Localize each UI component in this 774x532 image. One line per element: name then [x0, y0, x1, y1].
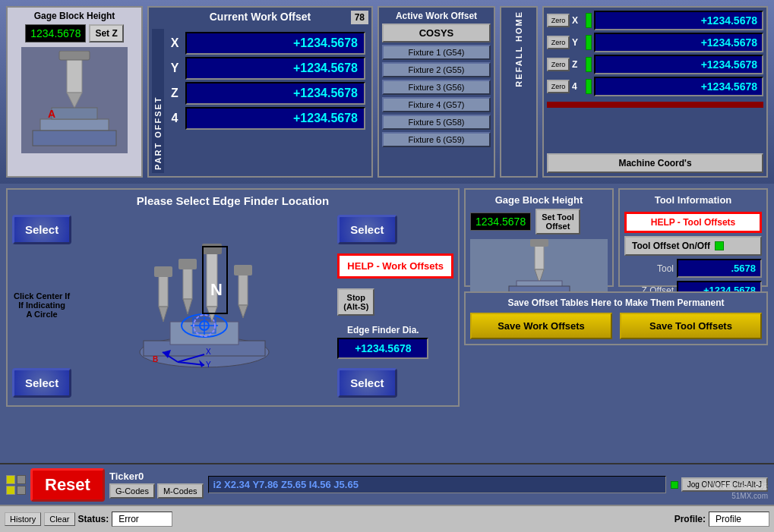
active-work-title: Active Work Offset	[382, 11, 491, 21]
axis-x-label: X	[572, 15, 583, 26]
zero-y-button[interactable]: Zero	[547, 36, 570, 49]
zero-x-button[interactable]: Zero	[547, 14, 570, 27]
right-value-4: +1234.5678	[594, 77, 763, 96]
ticker0-label: Ticker0	[109, 471, 204, 482]
right-offset-row-x: Zero X +1234.5678	[547, 11, 763, 30]
status-label: Status:	[78, 514, 109, 524]
svg-text:N: N	[210, 280, 223, 299]
active-work-panel: Active Work Offset COSYS Fixture 1 (G54)…	[378, 6, 495, 178]
x-green-bar	[586, 13, 592, 28]
gage-block-panel: Gage Block Height 1234.5678 Set Z A	[6, 6, 143, 178]
axis-label-x: X	[167, 36, 182, 50]
indicator-row-2	[6, 486, 26, 495]
gage-block-right-panel: Gage Block Height 1234.5678 Set ToolOffs…	[464, 188, 614, 287]
work-offset-panel: Current Work Offset 78 PART OFFSET X +12…	[147, 6, 373, 178]
offset-grid: X +1234.5678 Y +1234.5678 Z +1234.5678 4…	[164, 29, 368, 173]
history-button[interactable]: History	[5, 512, 41, 526]
gage-block-right-title: Gage Block Height	[470, 194, 608, 206]
offset-value-z: +1234.5678	[185, 82, 365, 105]
offset-value-y: +1234.5678	[185, 57, 365, 80]
toggle-label: Tool Offset On/Off	[632, 241, 710, 251]
svg-rect-3	[40, 119, 109, 131]
profile-value: Profile	[709, 512, 769, 527]
stop-button[interactable]: Stop(Alt-S)	[337, 288, 374, 316]
gcodes-button[interactable]: G-Codes	[109, 483, 155, 499]
svg-rect-25	[239, 271, 248, 305]
svg-text:X: X	[206, 348, 211, 356]
right-offset-row-z: Zero Z +1234.5678	[547, 55, 763, 74]
set-z-button[interactable]: Set Z	[89, 24, 123, 42]
fixture-6-button[interactable]: Fixture 6 (G59)	[382, 132, 491, 147]
svg-marker-20	[183, 299, 192, 314]
gage-value-display: 1234.5678	[470, 212, 531, 231]
axis-z-label: Z	[572, 59, 583, 70]
fixture-2-button[interactable]: Fixture 2 (G55)	[382, 62, 491, 77]
offset-value-x: +1234.5678	[185, 32, 365, 55]
tool-info-panel: Tool Information HELP - Tool Offsets Too…	[618, 188, 768, 287]
tool-label: Tool	[624, 263, 674, 274]
edge-dia-section: Edge Finder Dia. +1234.5678	[337, 325, 428, 359]
fixture-4-button[interactable]: Fixture 4 (G57)	[382, 97, 491, 112]
mcodes-button[interactable]: M-Codes	[157, 483, 204, 499]
indicator-gray-1	[17, 475, 26, 484]
axis-label-y: Y	[167, 61, 182, 75]
fixture-1-button[interactable]: Fixture 1 (G54)	[382, 45, 491, 60]
save-work-offsets-button[interactable]: Save Work Offsets	[470, 313, 612, 339]
profile-label: Profile:	[674, 514, 706, 524]
help-tool-offsets-button[interactable]: HELP - Tool Offsets	[624, 212, 762, 233]
click-center-label: Click Center IfIf IndicatingA Circle	[12, 291, 71, 319]
select-left-top-button[interactable]: Select	[12, 215, 71, 244]
clear-button[interactable]: Clear	[44, 512, 74, 526]
select-right-bottom-button[interactable]: Select	[337, 368, 396, 398]
cosys-button[interactable]: COSYS	[382, 24, 491, 42]
work-offset-title: Current Work Offset	[210, 11, 311, 23]
gage-block-value: 1234.5678	[25, 24, 86, 42]
offset-row-x: X +1234.5678	[167, 32, 365, 55]
axis-label-z: Z	[167, 87, 182, 100]
zero-z-button[interactable]: Zero	[547, 58, 570, 71]
status-indicators	[6, 475, 26, 495]
right-value-y: +1234.5678	[594, 33, 763, 52]
drill-svg	[501, 239, 577, 292]
svg-marker-1	[67, 93, 82, 108]
set-tool-offset-button[interactable]: Set ToolOffset	[535, 209, 580, 235]
edge-dia-label: Edge Finder Dia.	[337, 325, 428, 335]
reset-button[interactable]: Reset	[30, 468, 105, 502]
refall-panel: REFALL HOME	[500, 6, 538, 178]
gage-drill-image	[470, 239, 608, 292]
svg-text:A: A	[48, 108, 55, 120]
gage-display-row: 1234.5678 Set ToolOffset	[470, 209, 608, 235]
axis-4-label: 4	[572, 81, 583, 92]
tool-offset-toggle-button[interactable]: Tool Offset On/Off	[624, 236, 762, 256]
indicator-yellow-1	[6, 475, 15, 484]
right-offset-row-4: Zero 4 +1234.5678	[547, 77, 763, 96]
part-offset-label: PART OFFSET	[152, 29, 164, 173]
save-offsets-title: Save Offset Tables Here to Make Them Per…	[470, 297, 762, 308]
edge-finder-title: Please Select Edge Finder Location	[137, 194, 329, 207]
indicator-row-1	[6, 475, 26, 484]
svg-text:B: B	[153, 355, 158, 364]
tool-value: .5678	[677, 259, 762, 278]
fixture-3-button[interactable]: Fixture 3 (G56)	[382, 80, 491, 95]
select-right-top-button[interactable]: Select	[337, 215, 396, 244]
edge-finder-panel: Please Select Edge Finder Location Selec…	[6, 188, 460, 407]
tool-info-title: Tool Information	[624, 194, 762, 206]
help-work-offsets-button[interactable]: HELP - Work Offsets	[337, 253, 453, 279]
work-offset-number: 78	[351, 11, 368, 24]
gage-tool-row: Gage Block Height 1234.5678 Set ToolOffs…	[464, 188, 768, 287]
right-offset-panel: Zero X +1234.5678 Zero Y +1234.5678 Zero…	[542, 6, 768, 178]
machine-coords-button[interactable]: Machine Coord's	[547, 153, 763, 173]
zero-4-button[interactable]: Zero	[547, 80, 570, 93]
ticker-scroll: i2 X2.34 Y7.86 Z5.65 I4.56 J5.65	[208, 476, 666, 493]
indicator-gray-2	[17, 486, 26, 495]
save-tool-offsets-button[interactable]: Save Tool Offsets	[620, 313, 762, 339]
right-value-z: +1234.5678	[594, 55, 763, 74]
gage-block-image: A	[21, 47, 128, 153]
indicator-yellow-2	[6, 486, 15, 495]
select-left-bottom-button[interactable]: Select	[12, 368, 71, 398]
svg-text:Y: Y	[206, 360, 211, 369]
svg-rect-16	[159, 272, 168, 307]
offset-row-y: Y +1234.5678	[167, 57, 365, 80]
fixture-5-button[interactable]: Fixture 5 (G58)	[382, 115, 491, 130]
toggle-indicator	[715, 241, 724, 250]
